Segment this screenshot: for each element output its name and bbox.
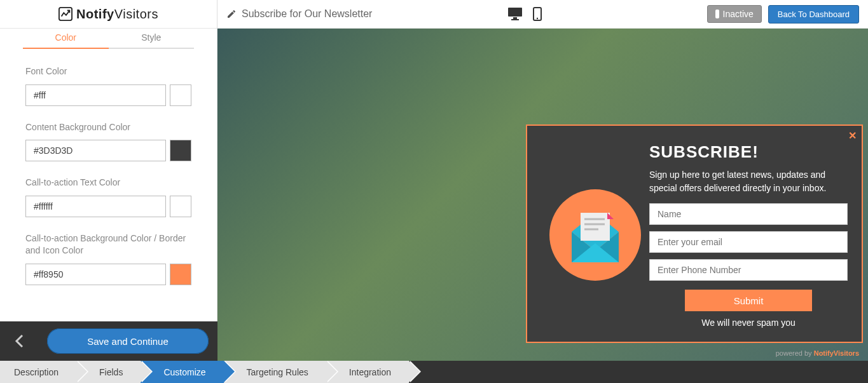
device-switcher <box>507 7 542 21</box>
svg-rect-2 <box>513 17 517 19</box>
field-font-color: Font Color <box>25 65 191 106</box>
brand-text: NotifyVisitors <box>76 7 158 22</box>
brand-logo-icon <box>59 7 72 21</box>
field-label: Call-to-action Background Color / Border… <box>25 232 191 257</box>
page-title: Subscribe for Our Newsletter <box>226 8 372 20</box>
popup-form: SUBSCRIBE! Sign up here to get latest ne… <box>649 142 848 328</box>
back-icon[interactable] <box>0 321 38 361</box>
step-customize[interactable]: Customize <box>141 361 223 383</box>
cta-text-input[interactable] <box>25 196 166 217</box>
field-content-bg: Content Background Color <box>25 121 191 162</box>
edit-icon <box>226 9 237 19</box>
back-to-dashboard-button[interactable]: Back To Dashboard <box>768 5 859 24</box>
font-color-swatch[interactable] <box>170 84 191 106</box>
toggle-knob-icon <box>715 10 719 18</box>
popup-description: Sign up here to get latest news, updates… <box>649 168 848 194</box>
tab-style[interactable]: Style <box>109 32 195 49</box>
svg-point-5 <box>536 18 537 19</box>
cta-bg-input[interactable] <box>25 264 166 285</box>
cta-bg-swatch[interactable] <box>170 264 191 285</box>
submit-button[interactable]: Submit <box>685 290 812 311</box>
field-cta-bg: Call-to-action Background Color / Border… <box>25 232 191 285</box>
color-panel: Font Color Content Background Color Call… <box>0 49 217 321</box>
brand-logo: NotifyVisitors <box>0 0 217 29</box>
content-bg-input[interactable] <box>25 140 166 161</box>
svg-rect-1 <box>508 8 522 17</box>
phone-field[interactable] <box>649 259 848 281</box>
content-bg-swatch[interactable] <box>170 140 191 161</box>
step-integration[interactable]: Integration <box>326 361 409 383</box>
desktop-icon[interactable] <box>507 7 523 21</box>
status-toggle[interactable]: Inactive <box>707 5 762 23</box>
mobile-icon[interactable] <box>533 7 542 21</box>
tab-color[interactable]: Color <box>23 32 109 49</box>
topbar: Subscribe for Our Newsletter Inactive Ba… <box>217 0 868 29</box>
svg-rect-3 <box>511 19 519 20</box>
close-icon[interactable]: ✕ <box>848 130 857 142</box>
popup-title: SUBSCRIBE! <box>649 142 848 162</box>
popup-widget: ✕ SUBSCRIBE! Sign up here to get latest … <box>526 124 863 343</box>
save-bar: Save and Continue <box>0 321 217 361</box>
preview-canvas: ✕ SUBSCRIBE! Sign up here to get latest … <box>217 29 868 361</box>
name-field[interactable] <box>649 203 848 225</box>
wizard-steps: Description Fields Customize Targeting R… <box>0 361 868 383</box>
sidebar: NotifyVisitors Color Style Font Color Co… <box>0 0 217 361</box>
popup-illustration <box>541 142 649 328</box>
field-label: Font Color <box>25 65 191 78</box>
font-color-input[interactable] <box>25 84 166 106</box>
field-label: Call-to-action Text Color <box>25 177 191 189</box>
field-cta-text: Call-to-action Text Color <box>25 177 191 217</box>
cta-text-swatch[interactable] <box>170 196 191 217</box>
step-description[interactable]: Description <box>0 361 76 383</box>
sidebar-tabs: Color Style <box>0 29 217 49</box>
popup-footer-text: We will never spam you <box>649 318 848 328</box>
step-targeting-rules[interactable]: Targeting Rules <box>224 361 326 383</box>
svg-rect-9 <box>581 213 610 241</box>
email-field[interactable] <box>649 231 848 253</box>
poweredby: powered by NotifyVisitors <box>776 349 859 357</box>
save-continue-button[interactable]: Save and Continue <box>47 328 209 354</box>
field-label: Content Background Color <box>25 121 191 134</box>
